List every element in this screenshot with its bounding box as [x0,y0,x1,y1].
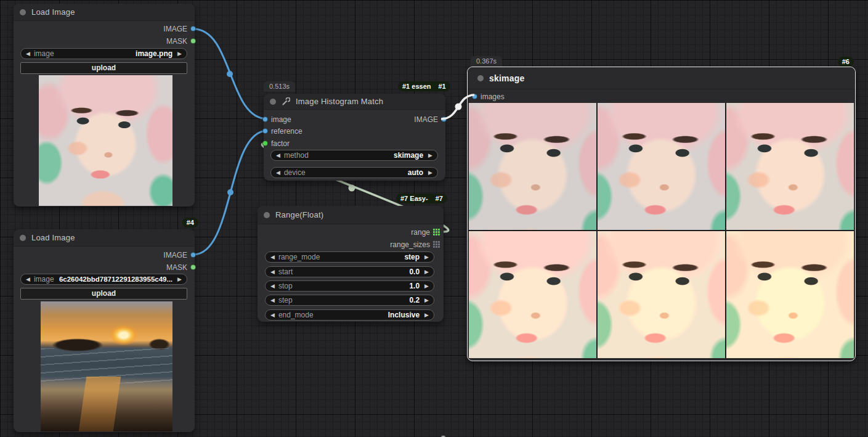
reference-input-port[interactable] [262,128,268,134]
output-image-6[interactable] [726,231,854,358]
loaded-image-preview[interactable] [39,75,172,206]
widget-label: step [278,296,293,304]
next-arrow-icon[interactable] [177,277,182,282]
output-label: IMAGE [163,251,187,259]
output-image-5[interactable] [598,231,725,358]
link-midpoint-dot[interactable] [349,185,355,192]
step-widget[interactable]: step 0.2 [265,295,434,306]
image-combo-widget[interactable]: image 6c26042bbd78712291283955c49... [20,274,187,285]
input-label: factor [271,139,290,148]
end-mode-widget[interactable]: end_mode Inclusive [265,309,434,321]
node-image-histogram-match[interactable]: 0.513s #1 essen #1 Image Histogram Match… [264,94,445,181]
widget-label: stop [278,282,293,290]
decrement-arrow-icon[interactable] [270,298,275,303]
method-combo-widget[interactable]: method skimage [270,150,438,161]
output-row-image: IMAGE [163,251,196,259]
loaded-image-preview[interactable] [41,301,172,431]
badge-id-text: #7 [436,195,443,202]
result-portrait [598,231,725,358]
node-id-badge: #1 essen #1 [398,81,450,91]
device-combo-widget[interactable]: device auto [270,167,438,178]
decrement-arrow-icon[interactable] [270,269,275,275]
node-header[interactable]: Load Image [14,229,195,247]
widget-label: range_mode [278,253,320,261]
widget-label: device [284,168,306,177]
output-label: IMAGE [163,25,187,33]
widget-value: 1.0 [409,282,420,290]
node-collapse-dot[interactable] [270,99,276,105]
next-arrow-icon[interactable] [428,153,432,158]
prev-arrow-icon[interactable] [270,255,275,260]
badge-text: #4 [187,219,194,226]
node-header[interactable]: Range(Float) [258,206,444,224]
factor-input-port[interactable] [262,141,268,146]
node-load-image-2[interactable]: #4 Load Image IMAGE MASK image 6c26042bb… [14,229,195,432]
prev-arrow-icon[interactable] [276,153,280,158]
increment-arrow-icon[interactable] [424,298,429,303]
node-collapse-dot[interactable] [477,75,484,81]
range-mode-widget[interactable]: range_mode step [265,251,434,263]
prev-arrow-icon[interactable] [276,170,280,176]
output-row-mask: MASK [166,263,196,271]
upload-button[interactable]: upload [20,62,187,74]
output-row-image: IMAGE [163,25,196,33]
output-image-2[interactable] [598,103,725,230]
node-id-badge: #7 Easy- #7 [396,194,447,203]
image-output-port[interactable] [190,26,196,31]
widget-value: skimage [394,151,423,160]
link-midpoint-dot[interactable] [227,189,233,195]
widget-label: image [34,49,54,58]
mask-output-port[interactable] [190,264,196,270]
input-label: reference [271,127,302,136]
result-portrait [726,231,854,358]
next-arrow-icon[interactable] [424,312,429,318]
node-collapse-dot[interactable] [264,212,270,218]
stop-widget[interactable]: stop 1.0 [265,280,434,292]
node-collapse-dot[interactable] [20,9,26,15]
prev-arrow-icon[interactable] [270,312,275,318]
node-skimage-preview[interactable]: 0.367s #6 skimage images [467,67,856,361]
result-portrait [469,103,596,230]
mask-output-port[interactable] [190,38,196,44]
image-output-port[interactable] [441,116,447,122]
input-row-reference: reference [262,127,302,135]
start-widget[interactable]: start 0.0 [265,266,434,277]
image-input-port[interactable] [262,116,268,122]
output-image-grid [469,103,854,358]
images-input-port[interactable] [472,94,477,99]
wrench-icon [282,97,290,106]
execution-time-badge: 0.513s [264,81,295,92]
node-header[interactable]: skimage [468,67,855,89]
node-header[interactable]: Image Histogram Match [264,94,445,110]
increment-arrow-icon[interactable] [424,269,429,275]
result-portrait [726,103,854,230]
decrement-arrow-icon[interactable] [270,284,275,289]
image-output-port[interactable] [190,252,196,258]
image-combo-widget[interactable]: image image.png [20,48,187,59]
output-label: IMAGE [414,115,438,124]
next-arrow-icon[interactable] [177,51,182,57]
output-image-1[interactable] [469,103,596,230]
widget-label: method [284,151,309,160]
output-image-3[interactable] [726,103,854,230]
widget-value: 6c26042bbd78712291283955c49... [59,276,172,283]
next-arrow-icon[interactable] [428,170,432,176]
output-image-4[interactable] [469,231,596,358]
badge-group-text: #1 essen [402,83,431,90]
node-collapse-dot[interactable] [20,235,26,241]
input-row-factor: factor [262,139,290,147]
node-load-image-1[interactable]: Load Image IMAGE MASK image image.png up… [14,4,195,206]
next-arrow-icon[interactable] [424,255,429,260]
node-title: Load Image [31,233,75,242]
node-range-float[interactable]: #7 Easy- #7 Range(Float) range range_siz… [258,206,444,322]
prev-arrow-icon[interactable] [26,277,30,282]
increment-arrow-icon[interactable] [424,284,429,289]
link-midpoint-dot[interactable] [227,71,233,77]
output-label: MASK [166,263,187,272]
upload-button[interactable]: upload [20,288,187,300]
widget-value: image.png [136,49,172,58]
node-header[interactable]: Load Image [14,4,195,21]
widget-value: Inclusive [388,311,420,319]
prev-arrow-icon[interactable] [26,51,30,57]
node-id-badge: #4 [182,218,198,227]
